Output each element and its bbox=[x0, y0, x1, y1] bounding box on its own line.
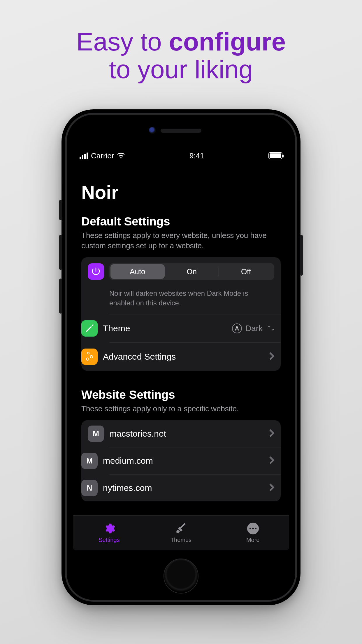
chevron-right-icon bbox=[269, 456, 274, 466]
default-section-title: Default Settings bbox=[81, 215, 281, 228]
segment-off[interactable]: Off bbox=[219, 264, 273, 279]
mute-switch bbox=[59, 200, 62, 220]
settings-content[interactable]: Noir Default Settings These settings app… bbox=[73, 164, 289, 515]
clock: 9:41 bbox=[189, 151, 204, 160]
app-screen: Carrier 9:41 Noir Default Settings These… bbox=[73, 147, 289, 550]
site-domain: nytimes.com bbox=[103, 483, 264, 493]
app-title: Noir bbox=[81, 182, 281, 203]
advanced-label: Advanced Settings bbox=[103, 352, 264, 362]
chevron-right-icon bbox=[269, 429, 274, 438]
volume-up-button bbox=[59, 235, 62, 270]
auto-badge: A bbox=[232, 323, 242, 333]
website-row[interactable]: M medium.com bbox=[109, 447, 281, 474]
tab-bar: Settings Themes More bbox=[73, 515, 289, 550]
segment-on[interactable]: On bbox=[165, 264, 219, 279]
tab-label: Themes bbox=[171, 537, 191, 543]
tab-more[interactable]: More bbox=[217, 516, 289, 550]
website-list-card: M macstories.net M medium.com N nytimes.… bbox=[81, 420, 281, 501]
chevron-right-icon bbox=[269, 352, 274, 361]
status-bar: Carrier 9:41 bbox=[73, 147, 289, 164]
theme-icon bbox=[81, 320, 98, 337]
updown-icon: ⌃⌄ bbox=[266, 325, 274, 332]
site-letter-icon: N bbox=[81, 480, 98, 496]
tab-label: Settings bbox=[99, 537, 120, 543]
power-button bbox=[300, 235, 303, 276]
chevron-right-icon bbox=[269, 483, 274, 493]
tab-label: More bbox=[246, 537, 260, 543]
headline-line1-prefix: Easy to bbox=[76, 27, 169, 56]
site-domain: medium.com bbox=[103, 456, 264, 466]
default-section-desc: These settings apply to every website, u… bbox=[81, 230, 281, 251]
signal-bars-icon bbox=[80, 153, 88, 159]
site-letter-icon: M bbox=[81, 453, 98, 469]
phone-frame: Carrier 9:41 Noir Default Settings These… bbox=[61, 109, 301, 605]
gear-icon bbox=[103, 522, 115, 535]
website-row[interactable]: N nytimes.com bbox=[109, 474, 281, 501]
home-button[interactable] bbox=[164, 559, 198, 594]
headline-line2: to your liking bbox=[109, 55, 253, 84]
wifi-icon bbox=[117, 153, 125, 159]
segment-auto[interactable]: Auto bbox=[110, 264, 165, 279]
gears-icon bbox=[81, 349, 98, 365]
website-section-title: Website Settings bbox=[81, 388, 281, 401]
theme-value: Dark bbox=[245, 324, 263, 333]
site-domain: macstories.net bbox=[109, 429, 264, 439]
tab-themes[interactable]: Themes bbox=[145, 516, 217, 550]
paintbrush-icon bbox=[175, 522, 187, 535]
svg-point-2 bbox=[252, 528, 254, 529]
site-letter-icon: M bbox=[88, 426, 104, 442]
website-section-desc: These settings apply only to a specific … bbox=[81, 404, 281, 414]
svg-point-3 bbox=[255, 528, 256, 529]
front-camera bbox=[149, 127, 156, 134]
headline-line1-bold: configure bbox=[169, 27, 286, 56]
advanced-settings-row[interactable]: Advanced Settings bbox=[109, 342, 281, 371]
svg-point-1 bbox=[249, 528, 251, 529]
power-icon bbox=[88, 263, 104, 280]
carrier-label: Carrier bbox=[91, 151, 114, 160]
theme-label: Theme bbox=[103, 323, 227, 333]
mode-description: Noir will darken websites when Dark Mode… bbox=[109, 289, 274, 308]
tab-settings[interactable]: Settings bbox=[73, 516, 145, 550]
volume-down-button bbox=[59, 279, 62, 314]
default-settings-card: Auto On Off Noir will darken websites wh… bbox=[81, 257, 281, 371]
website-row[interactable]: M macstories.net bbox=[81, 420, 281, 447]
mode-segmented-control: Auto On Off bbox=[109, 263, 274, 280]
ellipsis-circle-icon bbox=[247, 522, 259, 535]
marketing-headline: Easy to configure to your liking bbox=[76, 28, 286, 83]
earpiece-speaker bbox=[161, 129, 201, 133]
battery-icon bbox=[268, 152, 282, 159]
theme-row[interactable]: Theme A Dark ⌃⌄ bbox=[109, 314, 281, 342]
